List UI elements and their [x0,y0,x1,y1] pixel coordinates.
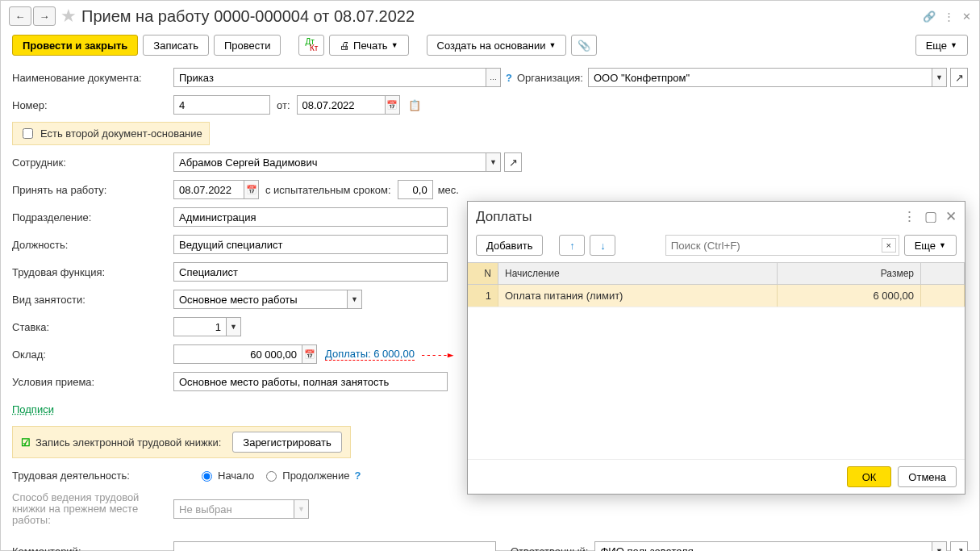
employment-type-dropdown[interactable]: ▼ [348,290,362,309]
print-label: Печать [353,40,388,52]
date-action-icon[interactable]: 📋 [408,99,421,111]
date-input[interactable] [297,95,386,115]
help-icon[interactable]: ? [355,470,361,482]
conditions-input[interactable] [173,372,448,391]
salary-calc-button[interactable] [302,344,317,364]
chevron-down-icon: ▼ [950,41,957,49]
probation-input[interactable] [398,180,433,199]
label-work-activity: Трудовая деятельность: [12,470,198,482]
window-title: Прием на работу 0000-000004 от 08.07.202… [81,7,415,26]
cell-tail [921,285,965,307]
label-second-doc: Есть второй документ-основание [40,127,202,140]
responsible-dropdown[interactable]: ▼ [932,541,947,551]
create-based-button[interactable]: Создать на основании ▼ [427,35,567,56]
popup-more-button[interactable]: Еще ▼ [904,235,957,256]
more-label: Еще [926,40,947,52]
employee-dropdown[interactable]: ▼ [486,152,501,172]
popup-kebab-icon[interactable]: ⋮ [903,208,916,225]
responsible-input[interactable] [594,541,932,551]
kebab-icon[interactable]: ⋮ [944,10,954,23]
label-ework: Запись электронной трудовой книжки: [35,436,221,449]
popup-search-input[interactable] [665,235,899,256]
label-rate: Ставка: [12,321,173,333]
date-calendar-button[interactable] [386,95,400,115]
popup-maximize-icon[interactable]: ▢ [924,208,937,225]
signatures-link[interactable]: Подписи [12,403,54,415]
popup-add-button[interactable]: Добавить [476,235,543,256]
label-employment-type: Вид занятости: [12,294,173,306]
paperclip-icon: 📎 [578,40,590,52]
favorite-star-icon[interactable]: ★ [60,6,77,27]
label-continuation: Продолжение [282,470,349,482]
department-input[interactable] [173,207,448,227]
popup-move-up-button[interactable]: ↑ [559,235,585,256]
second-doc-checkbox[interactable] [23,128,33,139]
arrow-down-icon: ↓ [600,240,606,252]
employment-type-input[interactable] [173,290,348,309]
popup-close-icon[interactable]: ✕ [945,208,957,225]
label-from: от: [277,99,290,111]
label-number: Номер: [12,99,173,111]
rate-dropdown[interactable]: ▼ [227,317,241,336]
org-dropdown[interactable]: ▼ [932,68,947,87]
register-button[interactable]: Зарегистрировать [232,432,341,453]
label-position: Должность: [12,239,173,251]
job-function-input[interactable] [173,262,448,282]
employee-input[interactable] [173,152,486,172]
more-button[interactable]: Еще ▼ [915,35,968,56]
label-doc-name: Наименование документа: [12,72,173,84]
arrow-up-icon: ↑ [569,240,575,252]
radio-start[interactable] [202,471,212,482]
chevron-down-icon: ▼ [391,41,398,49]
ework-record-panel: ☑ Запись электронной трудовой книжки: За… [12,426,351,458]
link-icon[interactable]: 🔗 [923,10,936,23]
popup-cancel-button[interactable]: Отмена [898,466,957,487]
org-input[interactable] [588,68,932,87]
employee-open-button[interactable]: ↗ [504,152,522,172]
post-button[interactable]: Провести [214,35,281,56]
label-salary: Оклад: [12,349,173,361]
chevron-down-icon: ▼ [939,241,946,249]
org-open-button[interactable]: ↗ [950,68,968,87]
position-input[interactable] [173,235,448,254]
popup-more-label: Еще [915,240,936,252]
print-button[interactable]: 🖨 Печать ▼ [329,35,408,56]
hire-date-input[interactable] [173,180,244,199]
col-header-name[interactable]: Начисление [498,263,778,284]
radio-continuation[interactable] [266,471,277,482]
dtkt-button[interactable]: Дт Кт [298,35,324,56]
nav-back-button[interactable]: ← [9,6,31,26]
popup-move-down-button[interactable]: ↓ [590,235,615,256]
responsible-open-button[interactable]: ↗ [950,541,968,551]
main-toolbar: Провести и закрыть Записать Провести Дт … [1,31,979,64]
rate-input[interactable] [173,317,227,336]
help-icon[interactable]: ? [506,72,512,84]
check-icon: ☑ [21,436,31,449]
arrow-indicator: -----► [415,349,453,361]
label-job-function: Трудовая функция: [12,266,173,278]
popup-titlebar: Доплаты ⋮ ▢ ✕ [468,202,965,232]
second-doc-checkbox-wrap: Есть второй документ-основание [12,122,210,145]
titlebar: ← → ★ Прием на работу 0000-000004 от 08.… [1,1,979,31]
surcharges-link[interactable]: Доплаты: 6 000,00 [325,348,415,361]
doc-name-input[interactable] [173,68,486,87]
popup-search-clear[interactable]: × [882,238,896,253]
save-button[interactable]: Записать [143,35,209,56]
col-header-size[interactable]: Размер [778,263,921,284]
hire-date-calendar-button[interactable] [244,180,259,199]
doc-name-ellipsis[interactable]: … [486,68,501,87]
nav-forward-button[interactable]: → [33,6,56,26]
label-start: Начало [218,470,254,482]
surcharges-popup: Доплаты ⋮ ▢ ✕ Добавить ↑ ↓ × Еще ▼ N [467,201,965,495]
comment-input[interactable] [173,541,496,551]
popup-ok-button[interactable]: ОК [847,466,892,487]
attach-button[interactable]: 📎 [571,35,597,56]
cell-name: Оплата питания (лимит) [498,285,778,307]
number-input[interactable] [173,95,270,115]
close-icon[interactable]: ✕ [962,10,971,23]
grid-row[interactable]: 1 Оплата питания (лимит) 6 000,00 [468,285,965,307]
col-header-n[interactable]: N [468,263,498,284]
chevron-down-icon: ▼ [548,41,556,49]
post-close-button[interactable]: Провести и закрыть [12,35,138,56]
salary-input[interactable] [173,344,302,364]
